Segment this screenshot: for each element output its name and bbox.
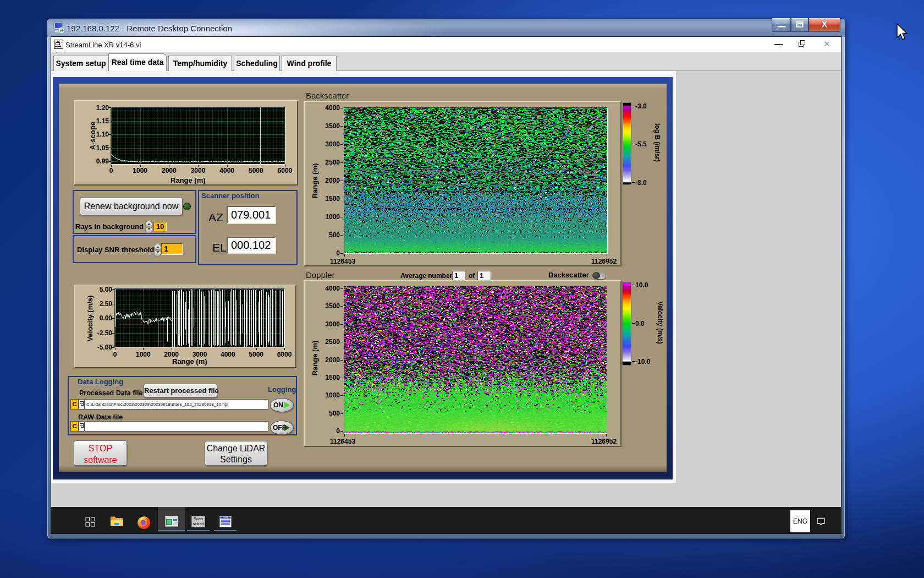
svg-text:WEEK: WEEK xyxy=(223,516,229,519)
